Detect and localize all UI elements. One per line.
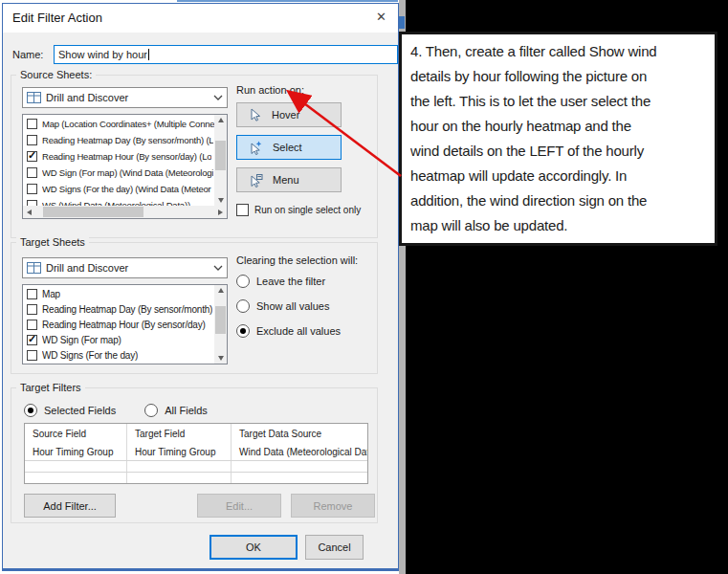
sheet-checkbox[interactable] — [27, 289, 37, 299]
select-cursor-icon — [249, 141, 263, 155]
radio-label: Selected Fields — [44, 405, 116, 416]
chevron-down-icon — [213, 265, 223, 271]
radio-label: All Fields — [165, 405, 208, 416]
name-value: Show wind by hour — [58, 49, 147, 60]
radio-icon[interactable] — [236, 299, 250, 313]
edit-filter-action-dialog: Edit Filter Action ✕ Name: Show wind by … — [2, 3, 399, 571]
sheet-label: WD Sign (For map) — [42, 335, 121, 345]
close-icon[interactable]: ✕ — [376, 10, 386, 24]
menu-cursor-icon — [249, 173, 263, 188]
radio-icon[interactable] — [24, 404, 37, 417]
sheet-checkbox[interactable] — [27, 184, 37, 194]
source-sheets-list[interactable]: Map (Location Coordinates+ (Multiple Con… — [22, 114, 228, 219]
single-select-checkline[interactable]: Run on single select only — [236, 204, 361, 216]
scrollbar-thumb[interactable] — [215, 306, 226, 334]
scroll-left-icon[interactable] — [23, 210, 35, 215]
annotation-line: details by hour following the picture on — [410, 64, 709, 89]
table-header-row: Source Field Target Field Target Data So… — [25, 424, 367, 443]
name-input[interactable]: Show wind by hour — [54, 45, 398, 64]
scroll-up-icon[interactable] — [214, 285, 227, 296]
scroll-down-icon[interactable] — [214, 353, 227, 364]
cell-source-field: Hour Timing Group — [25, 443, 127, 460]
select-button-label: Select — [273, 142, 302, 153]
sheet-checkbox[interactable] — [27, 119, 37, 129]
cell-target-data-source: Wind Data (Meteorological Data) — [232, 443, 367, 460]
run-action-label: Run action on: — [236, 84, 304, 96]
vertical-scrollbar[interactable] — [214, 285, 227, 364]
sheet-list-item[interactable]: WD Sign (For map) (Wind Data (Meteorolog… — [23, 165, 214, 181]
scroll-down-icon[interactable] — [214, 195, 227, 206]
target-list-items: Map Reading Heatmap Day (By sensor/month… — [23, 286, 213, 364]
sheet-checkbox[interactable] — [27, 304, 37, 315]
ok-button[interactable]: OK — [210, 535, 298, 560]
field-mode-options: Selected Fields All Fields — [24, 404, 208, 417]
table-empty-row — [25, 472, 367, 483]
annotation-note: 4. Then, create a filter called Show win… — [399, 32, 717, 246]
cancel-button[interactable]: Cancel — [305, 535, 364, 560]
sheet-checkbox[interactable] — [27, 167, 37, 178]
dialog-titlebar[interactable]: Edit Filter Action ✕ — [3, 4, 398, 33]
annotation-line: wind details on the LEFT of the hourly — [410, 139, 709, 164]
background-app-icon — [398, 16, 405, 29]
col-header-source-field: Source Field — [25, 424, 127, 443]
target-sheet-dropdown[interactable]: Drill and Discover — [22, 257, 228, 278]
sheet-list-item[interactable]: Reading Heatmap Day (By sensor/month) — [23, 301, 213, 317]
target-dropdown-value: Drill and Discover — [46, 262, 211, 274]
sheet-list-item[interactable]: Reading Heatmap Hour (By sensor/day) — [23, 317, 213, 332]
sheet-checkbox[interactable] — [27, 350, 37, 361]
scrollbar-thumb[interactable] — [215, 141, 226, 170]
sheet-checkbox[interactable] — [27, 151, 37, 162]
cell-target-field: Hour Timing Group — [127, 443, 232, 460]
clearing-options: Leave the filter Show all values Exclude… — [236, 275, 341, 338]
sheet-checkbox[interactable] — [27, 335, 37, 345]
sheet-list-item[interactable]: Reading Heatmap Day (By sensor/month) (L — [23, 132, 214, 148]
hover-button[interactable]: Hover — [236, 102, 342, 127]
sheet-list-item[interactable]: WD Signs (For the day) (Wind Data (Meteo… — [23, 181, 214, 197]
radio-icon[interactable] — [144, 404, 158, 417]
edit-button[interactable]: Edit... — [197, 494, 281, 518]
sheet-label: Reading Heatmap Day (By sensor/month) — [42, 304, 212, 315]
field-mode-radio[interactable]: All Fields — [144, 404, 208, 417]
sheet-list-item[interactable] — [23, 363, 213, 364]
field-mode-radio[interactable]: Selected Fields — [24, 404, 116, 417]
worksheet-icon — [27, 92, 41, 103]
sheet-label: Reading Heatmap Day (By sensor/month) (L — [42, 135, 213, 145]
hover-cursor-icon — [249, 108, 262, 122]
target-sheets-list[interactable]: Map Reading Heatmap Day (By sensor/month… — [22, 284, 228, 364]
source-sheets-group-label: Source Sheets: — [16, 69, 96, 80]
scroll-right-icon[interactable] — [214, 210, 227, 215]
worksheet-icon — [27, 262, 41, 274]
sheet-label: WD Signs (For the day) — [42, 350, 138, 361]
scroll-up-icon[interactable] — [214, 115, 227, 125]
radio-icon[interactable] — [236, 275, 250, 288]
radio-icon[interactable] — [236, 324, 250, 338]
menu-button[interactable]: Menu — [236, 167, 342, 192]
annotation-line: heatmap will update accordingly. In — [410, 164, 709, 188]
sheet-list-item[interactable]: WD Signs (For the day) — [23, 347, 213, 363]
scrollbar-thumb[interactable] — [43, 207, 143, 217]
clearing-radio[interactable]: Leave the filter — [236, 275, 341, 288]
annotation-line: map will also be updated. — [410, 213, 709, 238]
sheet-checkbox[interactable] — [27, 320, 37, 330]
filter-mapping-table: Source Field Target Field Target Data So… — [24, 423, 368, 484]
add-filter-button[interactable]: Add Filter... — [24, 494, 116, 518]
vertical-scrollbar[interactable] — [214, 115, 227, 206]
sheet-checkbox[interactable] — [27, 135, 37, 145]
sheet-label: WD Signs (For the day) (Wind Data (Meteo… — [42, 184, 211, 194]
horizontal-scrollbar[interactable] — [23, 206, 227, 218]
clearing-radio[interactable]: Exclude all values — [236, 324, 341, 338]
select-button[interactable]: Select — [236, 135, 342, 160]
target-filters-group-label: Target Filters — [16, 382, 85, 393]
clearing-radio[interactable]: Show all values — [236, 299, 341, 313]
sheet-list-item[interactable]: Reading Heatmap Hour (By sensor/day) (Lo — [23, 148, 214, 165]
sheet-list-item[interactable]: Map (Location Coordinates+ (Multiple Con… — [23, 116, 214, 132]
hover-button-label: Hover — [272, 109, 299, 121]
single-select-checkbox[interactable] — [236, 204, 249, 216]
table-row[interactable]: Hour Timing Group Hour Timing Group Wind… — [25, 443, 367, 460]
remove-button[interactable]: Remove — [291, 494, 375, 518]
sheet-list-item[interactable]: WD Sign (For map) — [23, 332, 213, 347]
sheet-list-item[interactable]: Map — [23, 286, 213, 301]
single-select-label: Run on single select only — [254, 205, 361, 215]
sheet-label: Reading Heatmap Hour (By sensor/day) (Lo — [42, 151, 211, 162]
source-sheet-dropdown[interactable]: Drill and Discover — [22, 87, 228, 108]
